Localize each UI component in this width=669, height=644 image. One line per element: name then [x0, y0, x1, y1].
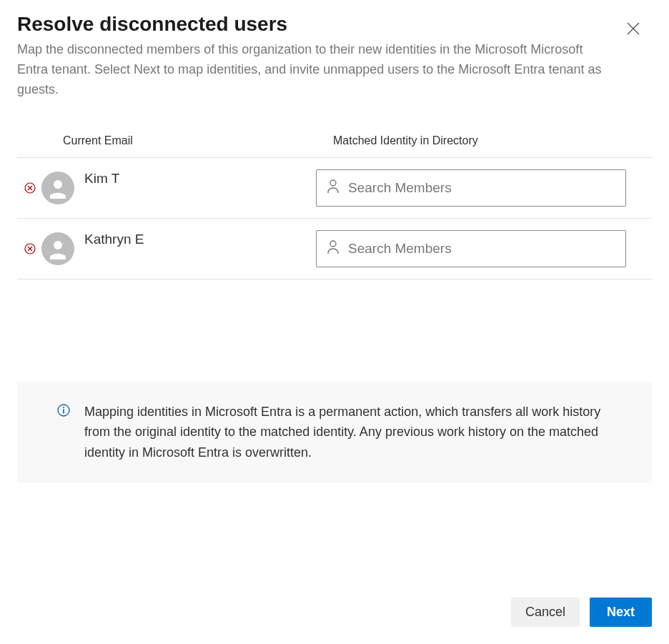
svg-point-7 — [63, 407, 64, 408]
dialog-footer: Cancel Next — [0, 598, 669, 644]
remove-user-button[interactable] — [24, 243, 36, 254]
cancel-button[interactable]: Cancel — [511, 598, 580, 627]
info-banner: Mapping identities in Microsoft Entra is… — [17, 382, 652, 483]
avatar — [41, 232, 74, 265]
remove-circle-icon — [24, 182, 36, 194]
member-search-field[interactable] — [316, 230, 626, 267]
svg-rect-8 — [63, 409, 64, 413]
remove-user-button[interactable] — [24, 182, 36, 194]
person-search-icon — [327, 240, 340, 257]
svg-point-1 — [54, 180, 62, 189]
person-search-icon — [327, 179, 340, 197]
person-icon — [47, 177, 69, 199]
dialog-subtitle: Map the disconnected members of this org… — [17, 40, 603, 100]
svg-point-2 — [330, 180, 336, 186]
info-icon — [57, 404, 70, 420]
table-row: Kathryn E — [17, 219, 652, 279]
close-icon — [627, 22, 640, 35]
dialog-title: Resolve disconnected users — [17, 13, 652, 36]
users-scroll-area[interactable]: Current Email Matched Identity in Direct… — [0, 134, 669, 342]
table-header: Current Email Matched Identity in Direct… — [17, 134, 652, 158]
svg-point-4 — [54, 241, 62, 249]
column-header-email: Current Email — [17, 134, 316, 147]
close-button[interactable] — [625, 20, 642, 37]
column-header-matched: Matched Identity in Directory — [316, 134, 652, 147]
member-search-field[interactable] — [316, 169, 626, 207]
search-input[interactable] — [348, 241, 615, 257]
info-text: Mapping identities in Microsoft Entra is… — [84, 402, 612, 463]
user-name: Kim T — [84, 169, 316, 187]
remove-circle-icon — [24, 243, 36, 254]
user-name: Kathryn E — [84, 230, 316, 247]
table-row: Kim T — [17, 158, 652, 219]
avatar — [41, 172, 74, 204]
next-button[interactable]: Next — [590, 598, 652, 627]
svg-point-5 — [330, 241, 336, 247]
person-icon — [47, 238, 69, 259]
search-input[interactable] — [348, 180, 615, 196]
